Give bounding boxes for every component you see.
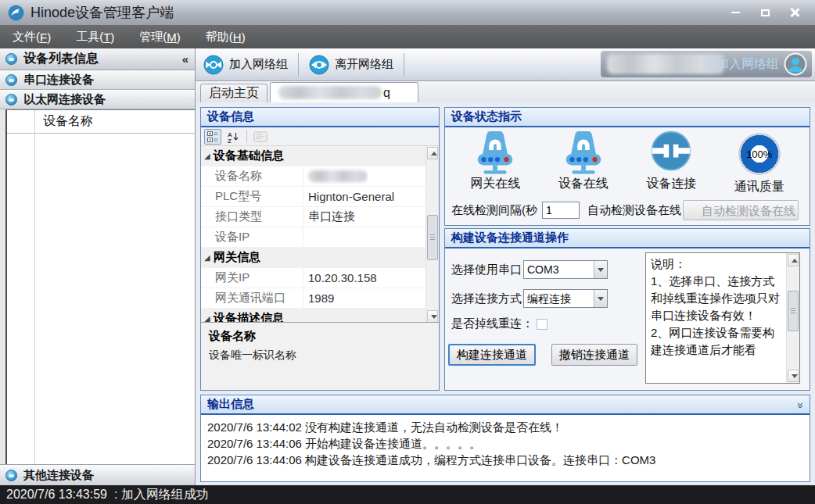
serial-port-select[interactable]: COM3 bbox=[523, 260, 608, 279]
app-logo-icon bbox=[8, 5, 24, 21]
instructions-box: 说明： 1、选择串口、连接方式和掉线重连操作选项只对串口连接设备有效！ 2、网口… bbox=[645, 252, 800, 384]
tab-strip: 启动主页 q bbox=[196, 81, 815, 102]
device-table-header[interactable]: 设备名称 bbox=[7, 110, 195, 134]
channel-buttons-row: 构建连接通道 撤销连接通道 bbox=[448, 344, 637, 366]
property-pages-icon bbox=[252, 129, 269, 145]
router-online-icon bbox=[469, 129, 521, 174]
connection-channel-panel: 构建设备连接通道操作 选择使用串口 COM3 选择连接方式 编程连接 是否掉线重… bbox=[444, 228, 810, 391]
indicator-comm-quality: 100% 通讯质量 bbox=[716, 129, 803, 195]
property-row-plc-model[interactable]: PLC型号 Hignton-General bbox=[201, 187, 425, 207]
router-online-icon bbox=[558, 129, 609, 174]
instructions-text: 说明： 1、选择串口、连接方式和掉线重连操作选项只对串口连接设备有效！ 2、网口… bbox=[651, 256, 784, 381]
toolbar-separator bbox=[246, 130, 247, 143]
title-bar: Hinode设备管理客户端 bbox=[0, 0, 815, 25]
serial-select-row: 选择使用串口 COM3 bbox=[451, 260, 608, 279]
menu-manage[interactable]: 管理(M) bbox=[127, 25, 193, 48]
device-status-panel: 设备状态指示 网关在线 设 bbox=[444, 107, 810, 226]
quality-donut: 100% bbox=[736, 130, 783, 177]
statusbar-message: 2020/7/6 13:43:59 : 加入网络组成功 bbox=[6, 487, 209, 503]
log-line: 2020/7/6 13:44:02 没有构建连接通道，无法自动检测设备是否在线！ bbox=[207, 419, 803, 435]
status-bar: 2020/7/6 13:43:59 : 加入网络组成功 bbox=[0, 485, 815, 504]
menu-tools[interactable]: 工具(T) bbox=[63, 25, 127, 48]
device-list-icon bbox=[5, 53, 17, 65]
leave-network-icon bbox=[309, 55, 329, 75]
property-grid-scrollbar[interactable] bbox=[425, 146, 439, 323]
join-network-button[interactable]: 加入网络组 bbox=[196, 52, 296, 78]
scroll-down-icon[interactable] bbox=[788, 370, 799, 382]
indicator-device-online: 设备在线 bbox=[540, 129, 627, 195]
expander-icon[interactable]: ◢ bbox=[201, 254, 214, 262]
connector-icon bbox=[648, 129, 695, 174]
auto-detect-button[interactable]: 自动检测设备在线 bbox=[683, 200, 799, 220]
device-list-sidebar: 设备列表信息 « 串口连接设备 以太网连接设备 设备名称 其他连接设备 bbox=[0, 48, 196, 485]
maximize-icon[interactable] bbox=[756, 5, 774, 20]
sidebar-header[interactable]: 设备列表信息 « bbox=[0, 48, 195, 70]
property-row-interface-type[interactable]: 接口类型 串口连接 bbox=[201, 207, 425, 227]
property-row-gateway-port[interactable]: 网关通讯端口 1989 bbox=[201, 288, 425, 309]
indicator-gateway-online: 网关在线 bbox=[451, 129, 539, 195]
redacted-tab-title bbox=[278, 86, 382, 99]
chevron-down-icon[interactable] bbox=[594, 290, 607, 307]
tab-device[interactable]: q bbox=[270, 82, 418, 102]
sidebar-item-other-devices[interactable]: 其他连接设备 bbox=[0, 464, 195, 485]
avatar[interactable] bbox=[784, 52, 807, 76]
scroll-thumb[interactable] bbox=[788, 291, 799, 331]
categorized-icon[interactable] bbox=[204, 129, 221, 145]
mode-select-row: 选择连接方式 编程连接 bbox=[451, 289, 608, 308]
log-area: 2020/7/6 13:44:02 没有构建连接通道，无法自动检测设备是否在线！… bbox=[201, 415, 810, 472]
collapse-chevron-icon[interactable]: » bbox=[795, 402, 807, 407]
connection-channel-header: 构建设备连接通道操作 bbox=[445, 229, 810, 248]
network-status-zone: 已加入网络组 bbox=[601, 51, 812, 77]
redacted-device-name bbox=[308, 170, 368, 182]
close-icon[interactable] bbox=[785, 5, 804, 20]
expander-icon[interactable]: ◢ bbox=[201, 315, 214, 323]
minimize-icon[interactable] bbox=[726, 5, 745, 20]
sidebar-item-serial-devices[interactable]: 串口连接设备 bbox=[0, 70, 195, 90]
menu-file[interactable]: 文件(F) bbox=[0, 25, 63, 48]
menu-help[interactable]: 帮助(H) bbox=[193, 25, 258, 48]
log-line: 2020/7/6 13:44:06 构建设备连接通道成功，编程方式连接串口设备。… bbox=[207, 452, 803, 468]
window-title: Hinode设备管理客户端 bbox=[31, 3, 174, 22]
group-row-gateway[interactable]: ◢ 网关信息 bbox=[201, 248, 425, 268]
expander-icon[interactable]: ◢ bbox=[201, 152, 214, 160]
indicator-device-connected: 设备连接 bbox=[627, 129, 715, 195]
scroll-up-icon[interactable] bbox=[788, 254, 799, 266]
device-status-header: 设备状态指示 bbox=[445, 108, 810, 127]
output-panel: 输出信息 » 2020/7/6 13:44:02 没有构建连接通道，无法自动检测… bbox=[200, 395, 810, 482]
log-line: 2020/7/6 13:44:06 开始构建设备连接通道。。。。。 bbox=[207, 435, 803, 452]
interval-input[interactable] bbox=[542, 202, 580, 219]
ethernet-device-icon bbox=[5, 94, 17, 105]
leave-network-button[interactable]: 离开网络组 bbox=[301, 52, 401, 78]
detect-settings-row: 在线检测间隔(秒 自动检测设备在线 自动检测设备在线 bbox=[451, 200, 805, 220]
network-toolbar: 加入网络组 离开网络组 已加入网络组 bbox=[196, 48, 815, 81]
column-divider bbox=[34, 110, 35, 464]
instructions-scrollbar[interactable] bbox=[786, 253, 799, 383]
other-device-icon bbox=[5, 470, 17, 481]
device-info-header: 设备信息 bbox=[201, 108, 439, 127]
reconnect-checkbox[interactable] bbox=[537, 319, 548, 330]
group-row-device-basic[interactable]: ◢ 设备基础信息 bbox=[201, 146, 425, 166]
alphabetical-sort-icon[interactable]: A Z bbox=[224, 129, 242, 145]
toolbar-separator bbox=[404, 53, 404, 77]
destroy-channel-button[interactable]: 撤销连接通道 bbox=[551, 344, 637, 366]
output-header: 输出信息 » bbox=[201, 395, 810, 415]
property-grid: ◢ 设备基础信息 设备名称 PLC型号 Hignton-General 接口类型… bbox=[201, 146, 439, 323]
sidebar-collapse-icon[interactable]: « bbox=[182, 52, 188, 66]
property-row-device-ip[interactable]: 设备IP bbox=[201, 227, 425, 248]
connect-mode-select[interactable]: 编程连接 bbox=[523, 289, 608, 308]
sidebar-item-ethernet-devices[interactable]: 以太网连接设备 bbox=[0, 90, 195, 109]
chevron-down-icon[interactable] bbox=[594, 261, 607, 278]
tab-home[interactable]: 启动主页 bbox=[200, 84, 267, 102]
build-channel-button[interactable]: 构建连接通道 bbox=[448, 344, 536, 366]
join-network-icon bbox=[203, 55, 224, 75]
network-status-text: 已加入网络组 bbox=[704, 56, 779, 73]
property-description-box: 设备名称 设备唯一标识名称 bbox=[201, 322, 439, 390]
device-name-column-header: 设备名称 bbox=[43, 113, 93, 130]
scroll-down-icon[interactable] bbox=[427, 310, 438, 323]
scroll-up-icon[interactable] bbox=[427, 147, 438, 159]
property-row-gateway-ip[interactable]: 网关IP 10.20.30.158 bbox=[201, 268, 425, 288]
svg-text:Z: Z bbox=[228, 137, 232, 143]
scroll-thumb[interactable] bbox=[427, 215, 438, 260]
menu-bar: 文件(F) 工具(T) 管理(M) 帮助(H) bbox=[0, 25, 815, 48]
property-row-device-name[interactable]: 设备名称 bbox=[201, 166, 425, 187]
